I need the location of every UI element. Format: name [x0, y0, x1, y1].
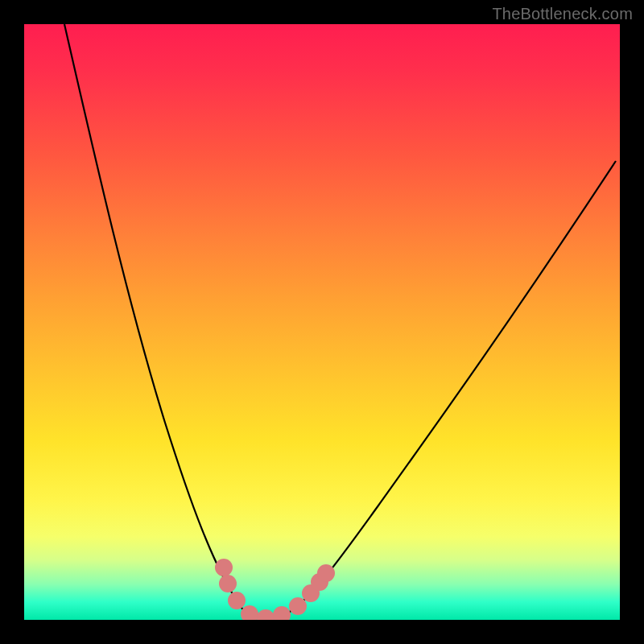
marker-dot: [273, 606, 291, 620]
marker-group: [215, 559, 335, 620]
bottleneck-curve: [64, 24, 616, 619]
marker-dot: [215, 559, 233, 576]
curve-layer: [24, 24, 620, 620]
watermark-text: TheBottleneck.com: [492, 5, 633, 23]
marker-dot: [241, 605, 258, 620]
plot-area: [24, 24, 620, 620]
marker-dot: [257, 609, 275, 620]
marker-dot: [317, 564, 335, 582]
marker-dot: [219, 575, 237, 592]
chart-frame: TheBottleneck.com: [0, 0, 644, 644]
marker-dot: [289, 597, 307, 615]
marker-dot: [228, 592, 246, 609]
